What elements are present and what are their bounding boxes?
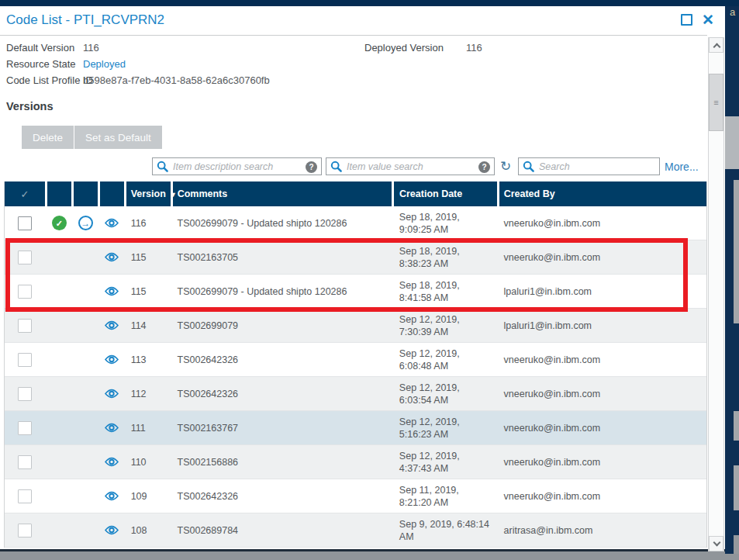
refresh-icon[interactable]: ↻ (500, 158, 511, 175)
view-version-icon[interactable] (105, 457, 119, 467)
table-row[interactable]: ✓ → 111 TS002163767 Sep 12, 2019, 5:16:2… (5, 411, 706, 445)
creation-date-cell: Sep 12, 2019, 5:16:23 AM (394, 411, 499, 444)
table-row[interactable]: ✓ → 112 TS002642326 Sep 12, 2019, 6:03:5… (5, 377, 706, 411)
created-by-cell: vneeruko@in.ibm.com (499, 206, 706, 240)
versions-table: ✓ Version▾ Comments Creation Date Create… (4, 181, 707, 548)
comments-cell: TS002699079 - Updated shipto 120286 (173, 206, 394, 240)
table-row[interactable]: ✓ → 115 TS002699079 - Updated shipto 120… (5, 275, 706, 309)
version-cell: 111 (126, 411, 173, 444)
background-block (734, 180, 739, 323)
background-block (734, 535, 739, 554)
search-icon (523, 161, 535, 176)
maximize-icon[interactable] (681, 14, 692, 26)
table-row[interactable]: ✓ → 110 TS002156886 Sep 12, 2019, 4:37:4… (5, 445, 706, 479)
item-value-search-box: ? (326, 157, 495, 175)
deployed-indicator-header (74, 181, 100, 206)
code-list-dialog: Code List - PTI_RCVPRN2 ✕ Default Versio… (0, 6, 725, 551)
created-by-cell: lpaluri1@in.ibm.com (499, 275, 706, 308)
dialog-scrollbar[interactable]: ≡ (708, 37, 724, 551)
version-column-header[interactable]: Version▾ (126, 181, 173, 206)
view-version-icon[interactable] (105, 491, 119, 501)
resource-state-value[interactable]: Deployed (83, 58, 126, 70)
row-checkbox[interactable] (18, 387, 32, 401)
view-version-icon[interactable] (105, 525, 119, 535)
table-row[interactable]: ✓ → 116 TS002699079 - Updated shipto 120… (5, 206, 706, 240)
title-divider (0, 35, 707, 36)
row-checkbox[interactable] (18, 216, 32, 230)
table-rows: ✓ → 116 TS002699079 - Updated shipto 120… (5, 206, 706, 548)
delete-button[interactable]: Delete (22, 126, 74, 149)
view-version-icon[interactable] (105, 286, 119, 296)
created-by-cell: vneeruko@in.ibm.com (499, 445, 706, 479)
creation-date-cell: Sep 18, 2019, 8:38:23 AM (394, 240, 499, 274)
version-cell: 115 (126, 240, 173, 274)
created-by-cell: vneeruko@in.ibm.com (499, 411, 706, 444)
created-by-cell: vneeruko@in.ibm.com (499, 240, 706, 274)
creation-date-cell: Sep 18, 2019, 9:09:25 AM (394, 206, 499, 240)
creation-date-cell: Sep 12, 2019, 6:08:48 AM (394, 343, 499, 376)
row-checkbox[interactable] (18, 524, 32, 538)
row-checkbox[interactable] (18, 489, 32, 503)
view-header (100, 181, 126, 206)
row-checkbox[interactable] (18, 251, 32, 264)
dialog-title: Code List - PTI_RCVPRN2 (6, 12, 164, 28)
view-version-icon[interactable] (105, 218, 119, 228)
creation-date-column-header: Creation Date (394, 181, 499, 206)
item-value-search-input[interactable] (347, 158, 475, 175)
default-version-value: 116 (83, 42, 99, 54)
scroll-down-icon[interactable] (709, 536, 723, 551)
table-search-input[interactable] (539, 158, 653, 175)
set-as-default-button[interactable]: Set as Default (74, 126, 162, 149)
comments-cell: TS002699079 - Updated shipto 120286 (173, 275, 394, 308)
item-description-search-input[interactable] (173, 158, 302, 175)
version-cell: 110 (126, 445, 173, 479)
search-icon (157, 161, 169, 176)
row-checkbox[interactable] (18, 353, 32, 367)
comments-column-header: Comments (173, 181, 394, 206)
table-search-box (518, 157, 660, 175)
more-link[interactable]: More... (665, 161, 699, 173)
scrollbar-thumb[interactable]: ≡ (709, 74, 723, 131)
creation-date-cell: Sep 11, 2019, 8:21:20 AM (394, 479, 499, 513)
comments-cell: TS002642326 (173, 343, 394, 376)
view-version-icon[interactable] (105, 389, 119, 399)
table-row[interactable]: ✓ → 108 TS002689784 Sep 9, 2019, 6:48:14… (5, 513, 706, 548)
table-row[interactable]: ✓ → 113 TS002642326 Sep 12, 2019, 6:08:4… (5, 343, 706, 377)
version-cell: 112 (126, 377, 173, 410)
created-by-cell: vneeruko@in.ibm.com (499, 479, 706, 513)
default-version-label: Default Version (6, 42, 74, 54)
creation-date-cell: Sep 12, 2019, 7:30:39 AM (394, 309, 499, 342)
view-version-icon[interactable] (105, 252, 119, 262)
creation-date-cell: Sep 9, 2019, 6:48:14 AM (394, 513, 499, 547)
help-icon[interactable]: ? (478, 161, 490, 173)
scroll-up-icon[interactable] (709, 37, 723, 53)
item-description-search-box: ? (152, 157, 322, 175)
row-checkbox[interactable] (18, 285, 32, 299)
version-cell: 115 (126, 275, 173, 308)
version-cell: 114 (126, 309, 173, 342)
view-version-icon[interactable] (105, 354, 119, 365)
table-row[interactable]: ✓ → 115 TS002163705 Sep 18, 2019, 8:38:2… (5, 240, 706, 275)
view-version-icon[interactable] (105, 423, 119, 433)
comments-cell: TS002156886 (173, 445, 394, 479)
row-checkbox[interactable] (18, 455, 32, 469)
table-row[interactable]: ✓ → 109 TS002642326 Sep 11, 2019, 8:21:2… (5, 479, 706, 513)
view-version-icon[interactable] (105, 320, 119, 330)
deployed-version-label: Deployed Version (364, 42, 444, 54)
creation-date-cell: Sep 18, 2019, 8:41:58 AM (394, 275, 499, 308)
close-icon[interactable]: ✕ (702, 14, 714, 26)
comments-cell: TS002689784 (173, 513, 394, 547)
creation-date-cell: Sep 12, 2019, 6:03:54 AM (394, 377, 499, 410)
row-checkbox[interactable] (18, 421, 32, 435)
table-row[interactable]: ✓ → 114 TS002699079 Sep 12, 2019, 7:30:3… (5, 309, 706, 343)
row-checkbox[interactable] (18, 319, 32, 333)
search-icon (330, 161, 343, 176)
created-by-column-header: Created By (499, 181, 706, 206)
help-icon[interactable]: ? (306, 161, 317, 173)
select-all-header: ✓ (5, 181, 47, 206)
comments-cell: TS002163705 (173, 240, 394, 274)
profile-id-value: b598e87a-f7eb-4031-8a58-62a6c30760fb (83, 74, 270, 86)
creation-date-cell: Sep 12, 2019, 4:37:43 AM (394, 445, 499, 479)
version-cell: 109 (126, 479, 173, 513)
resource-state-label: Resource State (6, 58, 76, 70)
